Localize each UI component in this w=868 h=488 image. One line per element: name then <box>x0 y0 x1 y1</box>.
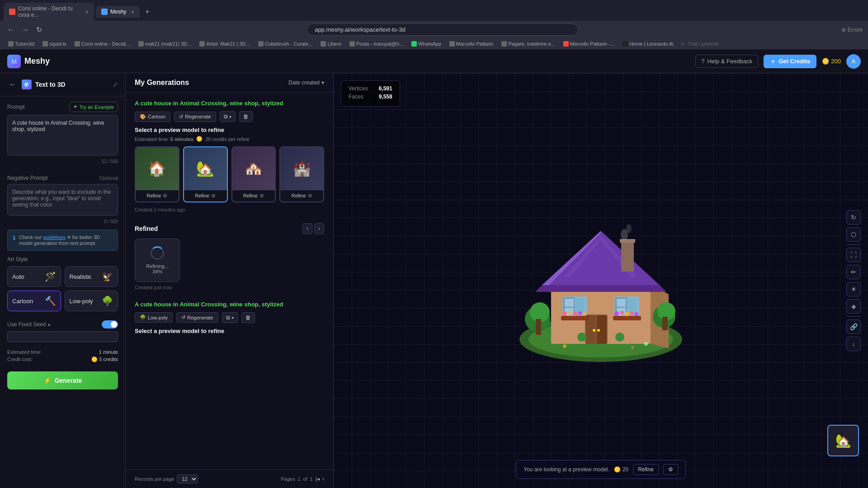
seed-label: Use Fixed Seed ● <box>7 321 50 328</box>
regenerate-button-2[interactable]: ↺ Regenerate <box>176 312 218 323</box>
bookmark-corsi[interactable]: Corsi online - Decidi... <box>72 40 133 47</box>
estimate-cost-label: Credit cost: <box>7 357 33 362</box>
help-label: Help & Feedback <box>707 58 752 65</box>
bookmark-pagare[interactable]: Pagare, trasferire e... <box>499 40 557 47</box>
nav-prev-button[interactable]: ‹ <box>302 223 312 234</box>
bookmark-label-posta: Posta - marcpat@h... <box>356 41 403 47</box>
tab-close-corsi[interactable]: ✕ <box>85 9 89 14</box>
back-button[interactable]: ← <box>7 79 18 90</box>
vc-wireframe-button[interactable]: ⬡ <box>846 227 861 242</box>
bookmark-leonardo[interactable]: Home | Leonardo.Ai <box>620 40 676 47</box>
negative-prompt-input[interactable]: Describe what you want to exclude in the… <box>7 184 118 216</box>
vc-fullscreen-button[interactable]: ⛶ <box>846 248 861 262</box>
bookmark-label-squid: squid.io <box>49 41 66 47</box>
seed-row: Use Fixed Seed ● <box>7 320 118 328</box>
user-avatar[interactable]: A <box>846 54 861 69</box>
refine-button-3[interactable]: Refine <box>243 193 258 198</box>
seed-value-input[interactable]: 1509079897 <box>7 331 118 342</box>
bookmark-squid[interactable]: squid.io <box>40 40 69 47</box>
sidebar-expand-button[interactable]: ⤢ <box>113 81 118 88</box>
bookmark-label-mak21: mak21 (mak21) 3D... <box>145 41 192 47</box>
app-header: M Meshy ? Help & Feedback ＋ Get Credits … <box>0 50 868 73</box>
vc-link-button[interactable]: 🔗 <box>846 319 861 334</box>
preview-settings-1[interactable]: ⚙ <box>163 193 167 199</box>
thumbnail-preview[interactable]: 🏡 <box>827 425 859 456</box>
tab-meshy[interactable]: Meshy ✕ <box>96 6 140 18</box>
regenerate-button-1[interactable]: ↺ Regenerate <box>174 112 216 122</box>
bookmark-libero[interactable]: Libero <box>318 40 344 47</box>
nav-refresh-button[interactable]: ↻ <box>34 23 44 36</box>
bookmark-cubebrush[interactable]: Cubebrush - Curate... <box>255 40 316 47</box>
get-credits-button[interactable]: ＋ Get Credits <box>764 55 816 68</box>
style-realistic[interactable]: Realistic 🦅 <box>65 266 118 287</box>
style-lowpoly[interactable]: Low-poly 🌳 <box>65 291 118 311</box>
vc-rotate-button[interactable]: ↻ <box>846 210 861 225</box>
page-prev-button[interactable]: ‹ <box>322 476 324 482</box>
vc-sun-button[interactable]: ☀ <box>846 282 861 296</box>
bookmark-mak21[interactable]: mak21 (mak21) 3D... <box>136 40 194 47</box>
try-example-button[interactable]: ✦ Try an Example <box>69 102 118 112</box>
vc-download-button[interactable]: ↓ <box>846 337 861 351</box>
generation-item-2: A cute house in Animal Crossing, wine sh… <box>135 301 324 334</box>
preview-card-2[interactable]: 🏡 Refine ⚙ <box>183 146 228 202</box>
preview-settings-4[interactable]: ⚙ <box>308 193 312 199</box>
tab-corsi[interactable]: Corsi online - Decidi tu cosa e... ✕ <box>4 3 94 21</box>
fixed-seed-toggle[interactable] <box>102 320 118 328</box>
bookmark-favicon-marcello2 <box>563 41 569 47</box>
estimate-time-label: Estimated time: <box>7 349 42 355</box>
bookmark-posta[interactable]: Posta - marcpat@h... <box>347 40 406 47</box>
guidelines-info-box: ℹ Check our guidelines ✕ for better 3D m… <box>7 230 118 251</box>
tab-close-meshy[interactable]: ✕ <box>131 9 134 14</box>
delete-button-1[interactable]: 🗑 <box>239 111 253 122</box>
art-style-label: Art Style <box>7 256 118 263</box>
refine-button-1[interactable]: Refine <box>146 193 161 198</box>
preview-card-4[interactable]: 🏰 Refine ⚙ <box>279 146 324 202</box>
page-of: of <box>303 476 307 482</box>
generate-button[interactable]: ⚡ Generate <box>7 371 118 389</box>
vc-material-button[interactable]: ◈ <box>846 299 861 314</box>
bookmark-whatsapp[interactable]: WhatsApp <box>409 40 444 47</box>
preview-settings-2[interactable]: ⚙ <box>211 193 216 199</box>
guidelines-link[interactable]: guidelines <box>43 235 66 240</box>
date-sort-button[interactable]: Date created ▾ <box>288 80 324 86</box>
bookmark-label-leonardo: Home | Leonardo.Ai <box>629 41 674 47</box>
refine-button-4[interactable]: Refine <box>292 193 306 198</box>
prompt-label-row: Prompt ✦ Try an Example <box>7 102 118 112</box>
viewport-refine-button[interactable]: Refine <box>633 464 659 475</box>
preview-actions-4: Refine ⚙ <box>280 190 323 202</box>
vc-brush-button[interactable]: ✏ <box>846 265 861 279</box>
sidebar-title-area: 🧊 Text to 3D <box>22 80 109 89</box>
copy-button-2[interactable]: ⧉ ▾ <box>222 312 238 323</box>
nav-back-button[interactable]: ← <box>5 24 16 36</box>
preview-settings-3[interactable]: ⚙ <box>259 193 264 199</box>
preview-card-3[interactable]: 🏘️ Refine ⚙ <box>231 146 276 202</box>
refine-button-2[interactable]: Refine <box>195 193 209 198</box>
page-first-button[interactable]: |◂ <box>316 476 320 482</box>
bookmark-artist[interactable]: Artist: Mak21 | 3D... <box>197 40 252 47</box>
bookmark-favicon-tutors3d <box>8 41 14 47</box>
estimated-time-meta: Estimated time: 5 minutes <box>135 136 193 142</box>
credits-display: 🪙 200 <box>822 58 841 65</box>
preview-card-1[interactable]: 🏠 Refine ⚙ <box>135 146 179 202</box>
generation-title-2: A cute house in Animal Crossing, wine sh… <box>135 301 324 308</box>
delete-button-2[interactable]: 🗑 <box>241 312 255 323</box>
new-tab-button[interactable]: + <box>142 6 153 18</box>
seed-help-icon: ● <box>47 322 50 327</box>
nav-next-button[interactable]: › <box>314 223 324 234</box>
preview-actions-3: Refine ⚙ <box>232 190 275 202</box>
per-page-select[interactable]: 12 24 48 <box>177 474 198 483</box>
style-cartoon[interactable]: Cartoon 🔨 <box>7 291 61 311</box>
credit-dot: 🟡 <box>196 136 203 142</box>
viewport-settings-button[interactable]: ⚙ <box>663 464 678 475</box>
copy-button-1[interactable]: ⧉ ▾ <box>220 111 236 122</box>
svg-point-28 <box>578 311 582 315</box>
preview-badge: 🟡 20 <box>614 466 628 473</box>
style-auto[interactable]: Auto 🪄 <box>7 266 61 287</box>
url-bar[interactable]: app.meshy.ai/workspace/text-to-3d <box>307 23 578 36</box>
prompt-input[interactable]: A cute house in Animal Crossing, wine sh… <box>7 115 118 155</box>
bookmark-marcello[interactable]: Marcello Pattarin <box>447 40 496 47</box>
bookmark-tutors3d[interactable]: Tutors3d <box>5 40 37 47</box>
bookmark-marcello2[interactable]: Marcello Pattarin -... <box>561 40 617 47</box>
help-feedback-button[interactable]: ? Help & Feedback <box>695 55 758 68</box>
nav-forward-button[interactable]: → <box>20 24 31 36</box>
